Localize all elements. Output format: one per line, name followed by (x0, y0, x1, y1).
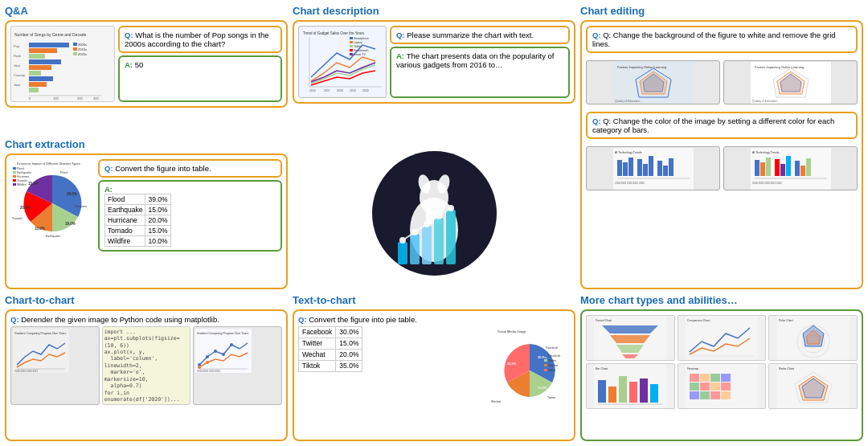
qa-a-text: 50 (135, 60, 144, 69)
svg-rect-112 (446, 210, 456, 264)
svg-rect-147 (544, 369, 547, 371)
svg-text:Bar Chart: Bar Chart (596, 367, 608, 370)
chart-desc-chart: Trend of Gadget Sales Over the Years 201… (298, 26, 387, 98)
svg-point-130 (206, 361, 209, 364)
svg-rect-78 (800, 166, 805, 176)
svg-text:20.0%: 20.0% (20, 206, 31, 210)
svg-rect-176 (690, 374, 699, 382)
svg-rect-177 (700, 374, 710, 382)
svg-rect-73 (766, 158, 771, 176)
svg-text:Tablet: Tablet (354, 45, 361, 48)
svg-rect-92 (13, 167, 16, 170)
chart2chart-section: Chart-to-chart Q: Derender the given ima… (5, 294, 288, 441)
t2c-q-text: Convert the figure into pie table. (309, 315, 417, 324)
chart-extract-title: Chart extraction (5, 138, 288, 150)
svg-rect-20 (73, 43, 77, 46)
svg-rect-109 (410, 234, 420, 264)
chart-mini-2: Comparison Chart (678, 315, 767, 361)
svg-rect-100 (13, 183, 16, 186)
svg-text:Flood: Flood (60, 171, 68, 174)
svg-point-129 (198, 366, 201, 369)
svg-rect-65 (663, 166, 668, 176)
svg-rect-108 (398, 242, 407, 264)
svg-rect-94 (13, 171, 16, 174)
svg-text:Smartwatch: Smartwatch (354, 49, 369, 52)
svg-text:AI Technology Trends: AI Technology Trends (752, 151, 780, 154)
chart-desc-text: Q: Please summarize the chart with text.… (390, 26, 570, 98)
svg-text:300: 300 (93, 96, 99, 100)
text2chart-content: Facebook30.0% Twitter15.0% Wechat20.0% T… (298, 326, 570, 410)
qa-answer: A: 50 (118, 55, 282, 102)
c2c-q-prefix: Q: (10, 315, 21, 324)
svg-rect-63 (649, 156, 653, 176)
chart-edit-q1-text: Q: Change the background of the figure t… (592, 31, 836, 48)
svg-rect-71 (755, 160, 760, 176)
svg-text:Tiktok: Tiktok (548, 369, 555, 372)
svg-text:Smartphone: Smartphone (354, 37, 369, 40)
table-row: Hurricane20.0% (105, 215, 171, 226)
svg-text:20.0%: 20.0% (506, 389, 515, 393)
svg-rect-77 (795, 161, 800, 176)
chart-extract-box: Economic Impact of Different Disaster Ty… (5, 153, 288, 288)
chart-mini-4: Bar Chart (586, 363, 675, 409)
svg-text:2017: 2017 (324, 89, 330, 92)
c2c-code: import ...ax=plt.subplots(figsize=(10, 6… (102, 326, 191, 406)
chart-edit-before-2: AI Technology Trends 2018 2019 2020 2021… (586, 146, 720, 190)
qa-bar-chart: Number of Songs by Genre and Decade Pop … (10, 26, 115, 102)
svg-text:Funnel Chart: Funnel Chart (596, 319, 612, 322)
svg-text:Twitter: Twitter (548, 359, 557, 362)
svg-rect-34 (350, 37, 353, 39)
svg-text:15.0%: 15.0% (35, 227, 45, 231)
table-row: Earthquake15.0% (105, 205, 171, 215)
svg-text:Polar Chart: Polar Chart (779, 319, 793, 322)
svg-text:Tornado: Tornado (12, 217, 23, 220)
svg-rect-184 (690, 391, 699, 399)
svg-rect-122 (195, 329, 252, 373)
center-logo (293, 138, 575, 288)
qa-title: Q&A (5, 5, 288, 17)
table-row: Wildfire10.0% (105, 236, 171, 247)
svg-rect-172 (650, 384, 658, 403)
chart2chart-title: Chart-to-chart (5, 294, 288, 306)
svg-text:Earthquake: Earthquake (46, 235, 60, 238)
chart-edit-section: Chart editing Q: Q: Change the backgroun… (580, 5, 863, 289)
svg-text:2018 2019 2020 2021 2022: 2018 2019 2020 2021 2022 (615, 182, 645, 185)
svg-rect-167 (598, 380, 606, 403)
table-row: Tornado15.0% (105, 226, 171, 236)
svg-text:2018  2019  2020  2021: 2018 2019 2020 2021 (197, 370, 221, 373)
svg-text:Hurricane: Hurricane (17, 175, 29, 178)
chart-edit-q1: Q: Q: Change the background of the figur… (586, 26, 858, 53)
table-row: Wechat20.0% (299, 349, 362, 360)
chart-mini-5: Heatmap (678, 363, 767, 409)
svg-rect-76 (786, 156, 791, 176)
text2chart-box: Q: Convert the figure into pie table. Fa… (293, 309, 575, 441)
svg-text:2018: 2018 (337, 89, 343, 92)
more-charts-box: Funnel Chart Comparison Chart (580, 309, 863, 441)
svg-rect-96 (13, 175, 16, 178)
svg-marker-151 (602, 325, 658, 333)
svg-rect-12 (29, 76, 53, 81)
chart-desc-box: Trend of Gadget Sales Over the Years 201… (293, 20, 575, 104)
text2chart-section: Text-to-chart Q: Convert the figure into… (293, 294, 575, 441)
svg-text:Facebook: Facebook (546, 346, 559, 350)
logo-circle (372, 151, 497, 276)
chart-mini-6: Radar Chart (768, 363, 858, 409)
svg-text:15.0%: 15.0% (28, 182, 39, 186)
svg-rect-74 (775, 159, 780, 176)
svg-text:Comparison Chart: Comparison Chart (687, 319, 710, 322)
table-row: Facebook30.0% (299, 326, 362, 338)
svg-rect-9 (29, 59, 61, 64)
svg-rect-179 (721, 374, 731, 382)
t2c-table-container: Facebook30.0% Twitter15.0% Wechat20.0% T… (298, 326, 486, 410)
chart2chart-box: Q: Derender the given image to Python co… (5, 309, 288, 441)
table-row: Twitter15.0% (299, 338, 362, 349)
text2chart-title: Text-to-chart (293, 294, 575, 306)
svg-rect-72 (760, 162, 765, 176)
svg-point-127 (222, 353, 225, 356)
svg-rect-182 (710, 383, 720, 391)
c2c-code-text: import ...ax=plt.subplots(figsize=(10, 6… (104, 329, 189, 403)
c2c-chart2: Gradient Comparing Program Over Years 20… (193, 326, 282, 406)
svg-text:Radar Chart: Radar Chart (779, 367, 794, 370)
chart-edit-q2: Q: Q: Change the color of the image by s… (586, 112, 858, 139)
svg-rect-79 (806, 158, 811, 176)
